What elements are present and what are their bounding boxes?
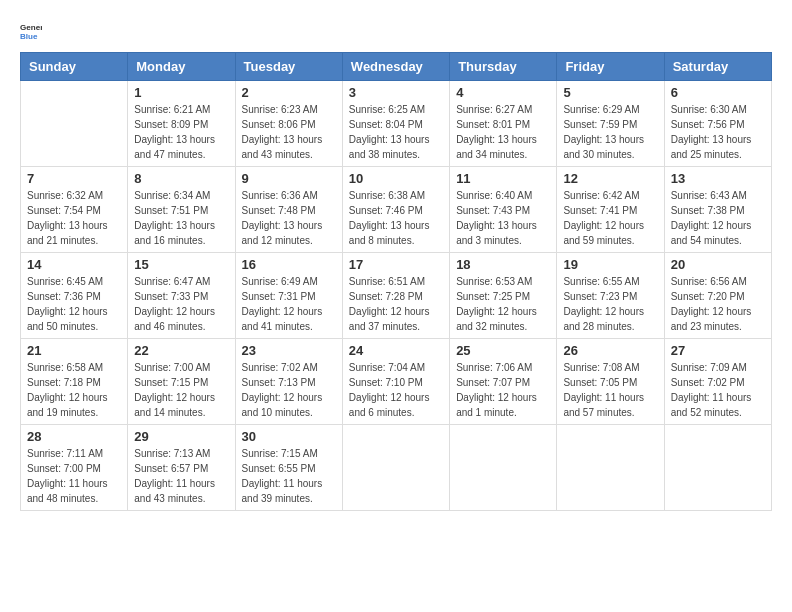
day-info: Sunrise: 7:04 AMSunset: 7:10 PMDaylight:… bbox=[349, 360, 443, 420]
day-number: 27 bbox=[671, 343, 765, 358]
calendar-cell bbox=[664, 425, 771, 511]
weekday-header: Wednesday bbox=[342, 53, 449, 81]
calendar-cell: 29Sunrise: 7:13 AMSunset: 6:57 PMDayligh… bbox=[128, 425, 235, 511]
calendar-cell: 19Sunrise: 6:55 AMSunset: 7:23 PMDayligh… bbox=[557, 253, 664, 339]
day-number: 1 bbox=[134, 85, 228, 100]
day-number: 29 bbox=[134, 429, 228, 444]
day-info: Sunrise: 6:29 AMSunset: 7:59 PMDaylight:… bbox=[563, 102, 657, 162]
calendar-cell: 10Sunrise: 6:38 AMSunset: 7:46 PMDayligh… bbox=[342, 167, 449, 253]
calendar-cell: 20Sunrise: 6:56 AMSunset: 7:20 PMDayligh… bbox=[664, 253, 771, 339]
calendar-cell: 15Sunrise: 6:47 AMSunset: 7:33 PMDayligh… bbox=[128, 253, 235, 339]
weekday-header: Monday bbox=[128, 53, 235, 81]
day-number: 24 bbox=[349, 343, 443, 358]
day-info: Sunrise: 6:49 AMSunset: 7:31 PMDaylight:… bbox=[242, 274, 336, 334]
day-info: Sunrise: 6:55 AMSunset: 7:23 PMDaylight:… bbox=[563, 274, 657, 334]
calendar-cell: 23Sunrise: 7:02 AMSunset: 7:13 PMDayligh… bbox=[235, 339, 342, 425]
calendar-cell: 22Sunrise: 7:00 AMSunset: 7:15 PMDayligh… bbox=[128, 339, 235, 425]
day-number: 14 bbox=[27, 257, 121, 272]
day-info: Sunrise: 6:36 AMSunset: 7:48 PMDaylight:… bbox=[242, 188, 336, 248]
calendar-week-row: 14Sunrise: 6:45 AMSunset: 7:36 PMDayligh… bbox=[21, 253, 772, 339]
day-number: 7 bbox=[27, 171, 121, 186]
day-number: 22 bbox=[134, 343, 228, 358]
day-number: 15 bbox=[134, 257, 228, 272]
calendar-cell bbox=[21, 81, 128, 167]
calendar-cell: 27Sunrise: 7:09 AMSunset: 7:02 PMDayligh… bbox=[664, 339, 771, 425]
day-info: Sunrise: 6:30 AMSunset: 7:56 PMDaylight:… bbox=[671, 102, 765, 162]
calendar-cell: 17Sunrise: 6:51 AMSunset: 7:28 PMDayligh… bbox=[342, 253, 449, 339]
header: General Blue bbox=[20, 20, 772, 42]
day-number: 19 bbox=[563, 257, 657, 272]
day-info: Sunrise: 6:51 AMSunset: 7:28 PMDaylight:… bbox=[349, 274, 443, 334]
day-info: Sunrise: 7:06 AMSunset: 7:07 PMDaylight:… bbox=[456, 360, 550, 420]
calendar-cell: 14Sunrise: 6:45 AMSunset: 7:36 PMDayligh… bbox=[21, 253, 128, 339]
day-info: Sunrise: 6:21 AMSunset: 8:09 PMDaylight:… bbox=[134, 102, 228, 162]
day-info: Sunrise: 6:45 AMSunset: 7:36 PMDaylight:… bbox=[27, 274, 121, 334]
svg-text:General: General bbox=[20, 23, 42, 32]
logo-icon: General Blue bbox=[20, 20, 42, 42]
calendar-week-row: 21Sunrise: 6:58 AMSunset: 7:18 PMDayligh… bbox=[21, 339, 772, 425]
day-info: Sunrise: 6:34 AMSunset: 7:51 PMDaylight:… bbox=[134, 188, 228, 248]
day-number: 13 bbox=[671, 171, 765, 186]
calendar-cell bbox=[557, 425, 664, 511]
calendar-cell: 16Sunrise: 6:49 AMSunset: 7:31 PMDayligh… bbox=[235, 253, 342, 339]
day-number: 16 bbox=[242, 257, 336, 272]
day-info: Sunrise: 6:40 AMSunset: 7:43 PMDaylight:… bbox=[456, 188, 550, 248]
day-number: 8 bbox=[134, 171, 228, 186]
calendar-cell: 1Sunrise: 6:21 AMSunset: 8:09 PMDaylight… bbox=[128, 81, 235, 167]
logo: General Blue bbox=[20, 20, 46, 42]
calendar-week-row: 7Sunrise: 6:32 AMSunset: 7:54 PMDaylight… bbox=[21, 167, 772, 253]
day-number: 30 bbox=[242, 429, 336, 444]
day-info: Sunrise: 7:02 AMSunset: 7:13 PMDaylight:… bbox=[242, 360, 336, 420]
calendar-week-row: 1Sunrise: 6:21 AMSunset: 8:09 PMDaylight… bbox=[21, 81, 772, 167]
day-number: 25 bbox=[456, 343, 550, 358]
day-number: 18 bbox=[456, 257, 550, 272]
calendar-cell: 24Sunrise: 7:04 AMSunset: 7:10 PMDayligh… bbox=[342, 339, 449, 425]
calendar-cell: 28Sunrise: 7:11 AMSunset: 7:00 PMDayligh… bbox=[21, 425, 128, 511]
calendar-cell: 25Sunrise: 7:06 AMSunset: 7:07 PMDayligh… bbox=[450, 339, 557, 425]
day-number: 6 bbox=[671, 85, 765, 100]
day-info: Sunrise: 6:23 AMSunset: 8:06 PMDaylight:… bbox=[242, 102, 336, 162]
weekday-header: Thursday bbox=[450, 53, 557, 81]
day-number: 9 bbox=[242, 171, 336, 186]
calendar-cell: 26Sunrise: 7:08 AMSunset: 7:05 PMDayligh… bbox=[557, 339, 664, 425]
day-number: 4 bbox=[456, 85, 550, 100]
svg-text:Blue: Blue bbox=[20, 32, 38, 41]
day-number: 17 bbox=[349, 257, 443, 272]
calendar-table: SundayMondayTuesdayWednesdayThursdayFrid… bbox=[20, 52, 772, 511]
day-number: 21 bbox=[27, 343, 121, 358]
calendar-cell: 21Sunrise: 6:58 AMSunset: 7:18 PMDayligh… bbox=[21, 339, 128, 425]
calendar-week-row: 28Sunrise: 7:11 AMSunset: 7:00 PMDayligh… bbox=[21, 425, 772, 511]
calendar-cell: 3Sunrise: 6:25 AMSunset: 8:04 PMDaylight… bbox=[342, 81, 449, 167]
calendar-cell: 18Sunrise: 6:53 AMSunset: 7:25 PMDayligh… bbox=[450, 253, 557, 339]
calendar-cell: 7Sunrise: 6:32 AMSunset: 7:54 PMDaylight… bbox=[21, 167, 128, 253]
day-info: Sunrise: 6:32 AMSunset: 7:54 PMDaylight:… bbox=[27, 188, 121, 248]
calendar-cell: 9Sunrise: 6:36 AMSunset: 7:48 PMDaylight… bbox=[235, 167, 342, 253]
calendar-cell: 5Sunrise: 6:29 AMSunset: 7:59 PMDaylight… bbox=[557, 81, 664, 167]
calendar-cell: 4Sunrise: 6:27 AMSunset: 8:01 PMDaylight… bbox=[450, 81, 557, 167]
day-number: 11 bbox=[456, 171, 550, 186]
day-info: Sunrise: 6:27 AMSunset: 8:01 PMDaylight:… bbox=[456, 102, 550, 162]
day-info: Sunrise: 6:38 AMSunset: 7:46 PMDaylight:… bbox=[349, 188, 443, 248]
day-number: 23 bbox=[242, 343, 336, 358]
calendar-cell: 8Sunrise: 6:34 AMSunset: 7:51 PMDaylight… bbox=[128, 167, 235, 253]
day-number: 2 bbox=[242, 85, 336, 100]
day-info: Sunrise: 6:43 AMSunset: 7:38 PMDaylight:… bbox=[671, 188, 765, 248]
calendar-header-row: SundayMondayTuesdayWednesdayThursdayFrid… bbox=[21, 53, 772, 81]
day-number: 10 bbox=[349, 171, 443, 186]
calendar-cell: 12Sunrise: 6:42 AMSunset: 7:41 PMDayligh… bbox=[557, 167, 664, 253]
day-info: Sunrise: 6:58 AMSunset: 7:18 PMDaylight:… bbox=[27, 360, 121, 420]
day-info: Sunrise: 6:56 AMSunset: 7:20 PMDaylight:… bbox=[671, 274, 765, 334]
weekday-header: Tuesday bbox=[235, 53, 342, 81]
calendar-cell: 13Sunrise: 6:43 AMSunset: 7:38 PMDayligh… bbox=[664, 167, 771, 253]
day-number: 3 bbox=[349, 85, 443, 100]
weekday-header: Sunday bbox=[21, 53, 128, 81]
day-number: 28 bbox=[27, 429, 121, 444]
day-number: 12 bbox=[563, 171, 657, 186]
calendar-cell bbox=[450, 425, 557, 511]
day-info: Sunrise: 7:15 AMSunset: 6:55 PMDaylight:… bbox=[242, 446, 336, 506]
day-info: Sunrise: 6:25 AMSunset: 8:04 PMDaylight:… bbox=[349, 102, 443, 162]
day-info: Sunrise: 7:13 AMSunset: 6:57 PMDaylight:… bbox=[134, 446, 228, 506]
day-info: Sunrise: 6:42 AMSunset: 7:41 PMDaylight:… bbox=[563, 188, 657, 248]
weekday-header: Friday bbox=[557, 53, 664, 81]
calendar-cell: 30Sunrise: 7:15 AMSunset: 6:55 PMDayligh… bbox=[235, 425, 342, 511]
